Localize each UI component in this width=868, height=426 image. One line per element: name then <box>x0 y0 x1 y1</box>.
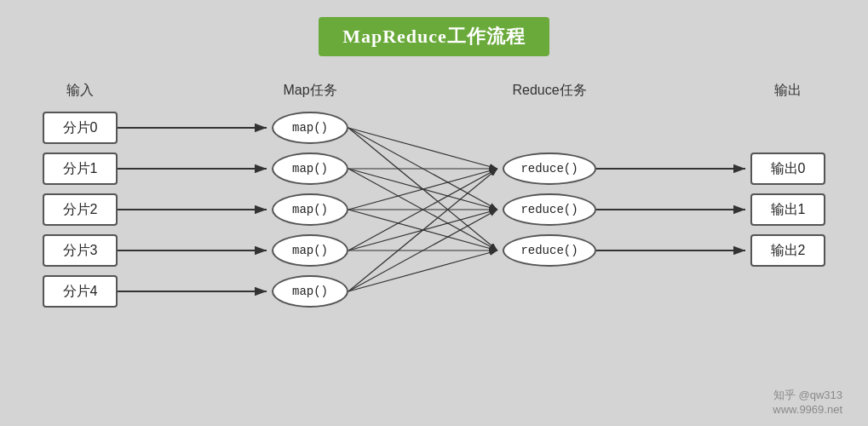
output-label: 输出 <box>774 82 802 100</box>
input-box-2: 分片2 <box>43 193 118 226</box>
reduce-box-1: reduce() <box>503 193 596 226</box>
watermark-line2: www.9969.net <box>773 403 842 416</box>
output-box-1: 输出1 <box>750 193 825 226</box>
svg-line-7 <box>348 128 497 210</box>
output-column: 输出 输出0 输出1 输出2 <box>750 82 825 267</box>
map-label: Map任务 <box>283 82 336 100</box>
diagram-area: 输入 分片0 分片1 分片2 分片3 分片4 Map任务 map() map()… <box>26 82 842 308</box>
svg-line-18 <box>348 169 497 291</box>
svg-line-11 <box>348 169 497 250</box>
map-box-3: map() <box>272 234 348 267</box>
svg-line-12 <box>348 169 497 210</box>
reduce-column: Reduce任务 reduce() reduce() reduce() <box>503 82 596 267</box>
reduce-label: Reduce任务 <box>512 82 586 100</box>
svg-line-8 <box>348 128 497 250</box>
output-box-0: 输出0 <box>750 153 825 185</box>
input-box-4: 分片4 <box>43 275 118 308</box>
input-box-1: 分片1 <box>43 153 118 185</box>
input-box-0: 分片0 <box>43 112 118 144</box>
reduce-box-0: reduce() <box>503 153 596 185</box>
svg-line-15 <box>348 169 497 250</box>
map-box-0: map() <box>272 112 348 144</box>
main-container: MapReduce工作流程 输入 分片0 分片1 分片2 分片3 分片4 Map… <box>0 0 868 426</box>
svg-line-16 <box>348 210 497 250</box>
title-text: MapReduce工作流程 <box>342 26 526 47</box>
watermark: 知乎 @qw313 www.9969.net <box>773 388 842 416</box>
title-box: MapReduce工作流程 <box>319 17 549 56</box>
svg-line-14 <box>348 210 497 250</box>
reduce-box-2: reduce() <box>503 234 596 267</box>
arrow-overlay <box>26 82 842 308</box>
svg-line-6 <box>348 128 497 169</box>
watermark-line1: 知乎 @qw313 <box>773 388 842 403</box>
map-box-1: map() <box>272 153 348 185</box>
input-items: 分片0 分片1 分片2 分片3 分片4 <box>43 112 118 308</box>
input-column: 输入 分片0 分片1 分片2 分片3 分片4 <box>43 82 118 308</box>
reduce-items: reduce() reduce() reduce() <box>503 153 596 267</box>
svg-line-19 <box>348 210 497 291</box>
output-items: 输出0 输出1 输出2 <box>750 153 825 267</box>
map-box-2: map() <box>272 193 348 226</box>
svg-line-10 <box>348 169 497 210</box>
map-items: map() map() map() map() map() <box>272 112 348 308</box>
output-box-2: 输出2 <box>750 234 825 267</box>
map-box-4: map() <box>272 275 348 308</box>
input-label: 输入 <box>66 82 94 100</box>
map-column: Map任务 map() map() map() map() map() <box>272 82 348 308</box>
input-box-3: 分片3 <box>43 234 118 267</box>
svg-line-20 <box>348 250 497 291</box>
